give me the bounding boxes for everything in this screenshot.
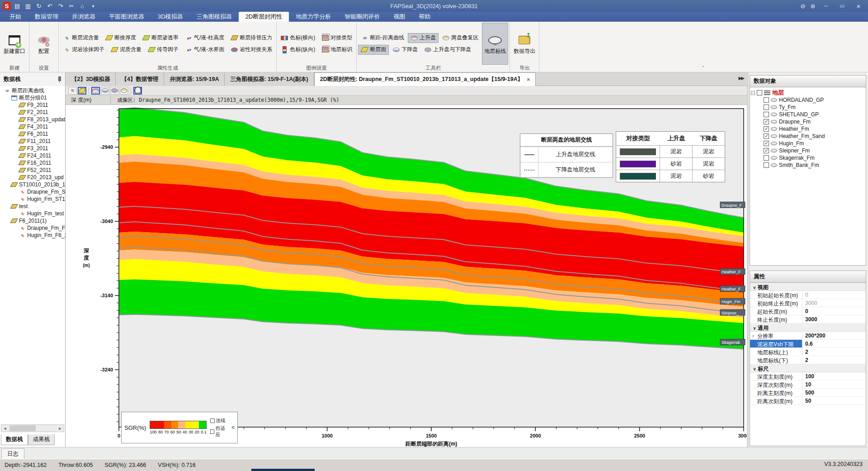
ribbon-tab[interactable]: 数据管理 xyxy=(28,12,65,22)
formation-item[interactable]: Skagerrak_Fm xyxy=(751,154,865,162)
tree-item[interactable]: Hugin_Fm_ST1 xyxy=(0,195,66,203)
checkbox-icon[interactable] xyxy=(764,148,769,153)
property-row[interactable]: 起始长度(m)0 xyxy=(750,307,866,315)
tree-item[interactable]: F52_2011 xyxy=(0,167,66,174)
scrollbar-thumb[interactable] xyxy=(9,425,36,431)
pin-icon[interactable] xyxy=(808,2,817,10)
stack-tab[interactable]: 成果栈 xyxy=(28,434,55,445)
ribbon-button[interactable]: 气/液-水界面 xyxy=(182,45,227,55)
legend-checkbox[interactable]: 连续 xyxy=(210,418,228,424)
ribbon-button[interactable]: 断层泥含量 xyxy=(60,33,102,43)
checkbox-icon[interactable] xyxy=(764,112,769,117)
property-row[interactable]: 分辨率200*200 xyxy=(750,332,866,340)
ribbon-button[interactable]: 色标(横向) xyxy=(278,33,318,43)
property-row[interactable]: 距离次刻度(m)50 xyxy=(750,397,866,405)
ribbon-tab[interactable]: 开始 xyxy=(3,12,28,22)
tree-item[interactable]: F3_2011 xyxy=(0,145,66,152)
tree-item[interactable]: Draupne_Fm_F xyxy=(0,224,66,232)
formation-item[interactable]: Hugin_Fm xyxy=(751,140,865,147)
strata-line-button[interactable]: 地层标线 xyxy=(482,23,508,65)
checkbox-icon[interactable] xyxy=(757,90,762,95)
property-row[interactable]: 深度主刻度(m)100 xyxy=(750,372,866,381)
config-button[interactable]: 配置 xyxy=(31,23,57,65)
ribbon-tab[interactable]: 地质力学分析 xyxy=(289,12,338,22)
formation-item[interactable]: Smith_Bank_Fm xyxy=(751,162,865,169)
ribbon-tab[interactable]: 帮助 xyxy=(412,12,437,22)
redo-icon[interactable] xyxy=(56,2,65,10)
tree-item[interactable]: Draupne_Fm_S xyxy=(0,188,66,195)
tree-item[interactable]: F8_2013_updat xyxy=(0,116,66,123)
tree-item[interactable]: F4_2011 xyxy=(0,123,66,130)
tree-item[interactable]: F16_2011 xyxy=(0,159,66,167)
ribbon-tab[interactable]: 3D模拟器 xyxy=(151,12,190,22)
ribbon-button[interactable]: 岩性对接关系 xyxy=(228,45,275,55)
view-toolbar-button[interactable] xyxy=(68,87,77,95)
restore-button[interactable] xyxy=(835,1,850,11)
ribbon-toggle-button[interactable]: 上升盘 xyxy=(408,33,439,43)
tree-item[interactable]: 断层分组01 xyxy=(0,94,66,101)
formation-item[interactable]: Heather_Fm xyxy=(751,125,865,133)
formation-item[interactable]: SHETLAND_GP xyxy=(751,111,865,118)
ribbon-button[interactable]: 泥岩涂抹因子 xyxy=(60,45,107,55)
legend-collapse-icon[interactable]: < xyxy=(231,424,235,431)
view-toolbar-button[interactable] xyxy=(91,87,100,95)
legend-checkbox[interactable]: 自适应 xyxy=(210,425,228,438)
checkbox-icon[interactable] xyxy=(764,141,769,146)
ribbon-tab[interactable]: 视图 xyxy=(387,12,412,22)
quick-access-dropdown-icon[interactable] xyxy=(89,2,98,10)
chart-canvas[interactable]: -2940-3040-3140-324005001000150020002500… xyxy=(66,105,747,447)
view-toolbar-button[interactable] xyxy=(133,87,142,95)
formation-item[interactable]: Heather_Fm_Sand xyxy=(751,133,865,140)
ribbon-tab[interactable]: 三角图模拟器 xyxy=(190,12,239,22)
property-row[interactable]: 距离主刻度(m)500 xyxy=(750,389,866,397)
checkbox-icon[interactable] xyxy=(764,162,769,168)
pin-panel-icon[interactable] xyxy=(57,76,61,82)
tree-item[interactable]: F11_2011 xyxy=(0,138,66,145)
document-tab[interactable]: 三角图模拟器: 15/9-F-1A(副本)× xyxy=(225,72,314,86)
checkbox-icon[interactable] xyxy=(764,155,769,161)
ribbon-collapse-icon[interactable]: ⌃ xyxy=(702,65,705,70)
checkbox-icon[interactable] xyxy=(764,133,769,139)
scroll-left-icon[interactable]: ◄ xyxy=(1,426,9,431)
network-off-icon[interactable] xyxy=(798,2,807,10)
ribbon-tab[interactable]: 平面图浏览器 xyxy=(102,12,151,22)
ribbon-toggle-button[interactable]: 两盘叠复区 xyxy=(439,33,481,43)
property-row[interactable]: 通用 xyxy=(750,324,866,332)
document-tab[interactable]: 【2】3D模拟器× xyxy=(66,72,116,86)
ribbon-button[interactable]: 对接类型 xyxy=(319,33,355,43)
home-icon[interactable] xyxy=(78,2,87,10)
tree-item[interactable]: Hugin_Fm_test xyxy=(0,210,66,217)
tree-item[interactable]: F6_2011(1) xyxy=(0,217,66,224)
ribbon-button[interactable]: 断层排替压力 xyxy=(228,33,275,43)
close-button[interactable] xyxy=(851,1,866,11)
tree-item[interactable]: ST10010_2013b_1 xyxy=(0,181,66,188)
view-toolbar-button[interactable] xyxy=(131,87,131,94)
ribbon-button[interactable]: 气/液-柱高度 xyxy=(182,33,227,43)
undo-icon[interactable] xyxy=(45,2,54,10)
checkbox-icon[interactable] xyxy=(210,419,215,423)
save-icon[interactable] xyxy=(13,2,22,10)
ribbon-button[interactable]: 色标(纵向) xyxy=(278,45,318,55)
formation-item[interactable]: Ty_Fm xyxy=(751,104,865,111)
tree-item[interactable]: F2_2011 xyxy=(0,109,66,116)
cut-icon[interactable] xyxy=(67,2,76,10)
strata-root-item[interactable]: − 地层 xyxy=(751,89,865,96)
document-tab[interactable]: 2D断层封闭性: Draupne_Fm_ST10010_2013b_171013… xyxy=(314,72,536,86)
ribbon-tab[interactable]: 智能圈闭评价 xyxy=(338,12,387,22)
property-row[interactable]: 泥岩层Vsh下限0.6 xyxy=(750,340,866,348)
tab-scroll-right-icon[interactable]: ▶▶ xyxy=(739,76,744,81)
ribbon-toggle-button[interactable]: 下降盘 xyxy=(390,45,420,55)
formation-item[interactable]: Sleipner_Fm xyxy=(751,147,865,154)
ribbon-tab[interactable]: 2D断层封闭性 xyxy=(239,12,289,22)
property-row[interactable]: 初始起始长度(m)0 xyxy=(750,291,866,299)
property-row[interactable]: 深度次刻度(m)10 xyxy=(750,381,866,389)
property-row[interactable]: 地层标线(上)2 xyxy=(750,348,866,356)
property-row[interactable]: 初始终止长度(m)3000 xyxy=(750,299,866,307)
ribbon-button[interactable]: 地层标识 xyxy=(319,45,355,55)
ribbon-button[interactable]: 传导因子 xyxy=(145,45,181,55)
tree-item[interactable]: Hugin_Fm_F6_2 xyxy=(0,232,66,239)
ribbon-tab[interactable]: 井浏览器 xyxy=(65,12,102,22)
horizontal-scrollbar[interactable]: ◄ ► xyxy=(1,424,64,432)
document-tab[interactable]: 井浏览器: 15/9-19A× xyxy=(164,72,225,86)
tree-item[interactable]: F20_2013_upd xyxy=(0,174,66,181)
